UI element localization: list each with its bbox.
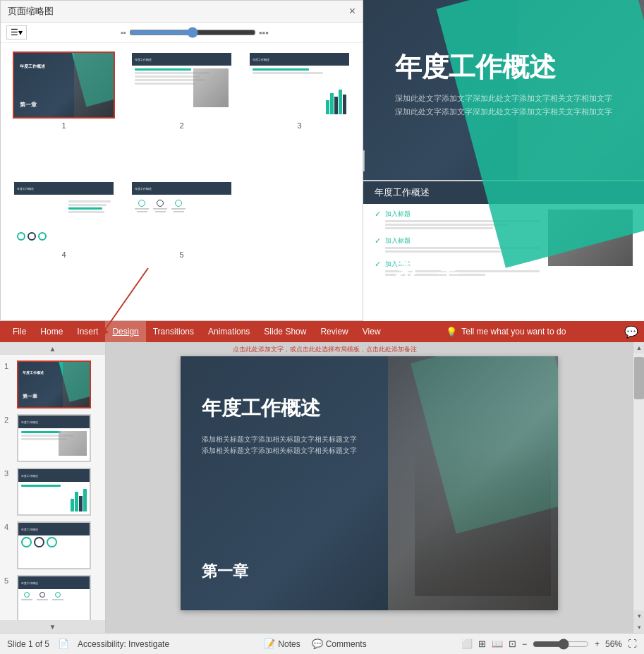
ribbon-review[interactable]: Review	[313, 321, 355, 342]
slide-panel-scroll-down[interactable]: ▼	[0, 620, 105, 633]
ribbon-slideshow[interactable]: Slide Show	[257, 321, 313, 342]
accessibility-label[interactable]: Accessibility: Investigate	[78, 639, 169, 649]
ribbon-search-area: 💡 Tell me what you want to do	[388, 327, 624, 337]
thumb-img-1: 年度工作概述 第一章	[13, 52, 115, 119]
thumbnail-view-button[interactable]: ☰▾	[6, 25, 27, 40]
thumbnail-panel-toolbar: ☰▾ ▪▪ ▪▪▪	[1, 23, 363, 43]
slider-max-icon: ▪▪▪	[259, 28, 269, 38]
slide-panel-num-2: 2	[4, 414, 14, 424]
ribbon-icons-group: 💬	[624, 325, 638, 339]
slide-panel-item-4[interactable]: 4 年度工作概述	[0, 519, 105, 572]
ribbon-home[interactable]: Home	[33, 321, 70, 342]
panel-thumb-2: 年度工作概述	[17, 414, 91, 462]
main-preview-top: 年度工作概述 深加此处文字添加文字深加此处文字添加文字相关文字相加文字 深加此处…	[363, 0, 644, 321]
view-slideshow-icon[interactable]: ⊡	[509, 638, 516, 649]
ribbon-insert[interactable]: Insert	[70, 321, 105, 342]
thumbnail-3[interactable]: 年度工作概述 3	[245, 52, 354, 172]
comment-icon[interactable]: 💬	[624, 325, 638, 339]
thumbnail-5[interactable]: 年度工作概述	[127, 181, 236, 301]
thumb-img-3: 年度工作概述	[248, 52, 351, 119]
panel-thumb-5: 年度工作概述	[17, 575, 91, 620]
slide-panel-num-1: 1	[4, 361, 14, 370]
slide-panel-scroll: 1 年度工作概述 第一章 2 年度工作概述	[0, 355, 105, 620]
slide-canvas-main[interactable]: 年度工作概述 添加相关标题文字添加相关标题文字相关标题文字 添加相关标题文字添加…	[181, 356, 558, 610]
slide-subtitle-main: 添加相关标题文字添加相关标题文字相关标题文字 添加相关标题文字添加相关标题文字相…	[202, 434, 357, 456]
thumbnail-2[interactable]: 年度工作概述 2	[127, 52, 236, 172]
thumb-img-4: 年度工作概述	[13, 181, 115, 248]
ribbon-file[interactable]: File	[6, 321, 33, 342]
main-title-top: 年度工作概述	[395, 49, 556, 85]
zoom-minus-icon[interactable]: −	[522, 639, 527, 649]
slide-panel-scroll-up[interactable]: ▲	[0, 342, 105, 355]
ribbon-view[interactable]: View	[356, 321, 388, 342]
status-right: ⬜ ⊞ 📖 ⊡ − + 56% ⛶	[461, 638, 637, 650]
thumbnail-grid: 年度工作概述 第一章 1 年度工作概述	[1, 43, 363, 310]
view-reading-icon[interactable]: 📖	[492, 638, 503, 649]
view-normal-icon[interactable]: ⬜	[461, 638, 473, 649]
slide-panel-item-3[interactable]: 3 年度工作概述	[0, 465, 105, 519]
zoom-slider[interactable]	[533, 638, 589, 650]
slide-photo-main	[388, 356, 558, 610]
scrollbar-thumb[interactable]	[634, 357, 644, 399]
ribbon-design[interactable]: Design	[105, 321, 145, 342]
comments-icon: 💬	[312, 638, 323, 649]
thumb-num-1: 1	[61, 121, 66, 130]
comments-button[interactable]: 💬 Comments	[312, 638, 367, 649]
thumbnail-panel-header: 页面缩略图 ×	[1, 1, 363, 23]
annotation-text: 点击此处添加文字，或点击此处选择布局模板，点击此处添加备注	[233, 345, 417, 354]
slide-panel-item-5[interactable]: 5 年度工作概述	[0, 572, 105, 620]
check-icon-2: ✓	[375, 236, 381, 246]
main-chapter-top: 第一章	[395, 253, 458, 282]
thumb-img-2: 年度工作概述	[130, 52, 233, 119]
thumbnail-1[interactable]: 年度工作概述 第一章 1	[9, 52, 119, 172]
thumbnail-4[interactable]: 年度工作概述 4	[9, 181, 119, 301]
notes-icon: 📝	[264, 638, 275, 649]
slide-panel-item-1[interactable]: 1 年度工作概述 第一章	[0, 358, 105, 411]
lightbulb-icon: 💡	[446, 327, 457, 337]
thumb-num-2: 2	[179, 121, 183, 130]
thumbnail-slider-area: ▪▪ ▪▪▪	[32, 27, 357, 38]
ribbon-transitions[interactable]: Transitions	[146, 321, 201, 342]
thumbnail-panel: 页面缩略图 × ☰▾ ▪▪ ▪▪▪ 年度工作概述 第一章 1	[0, 0, 363, 321]
thumb-num-4: 4	[61, 250, 66, 259]
slide-title-main[interactable]: 年度工作概述	[202, 395, 320, 422]
slide-panel-num-4: 4	[4, 521, 14, 531]
slide-panel: ▲ 1 年度工作概述 第一章 2 年度工作概	[0, 342, 106, 633]
panel-thumb-1: 年度工作概述 第一章	[17, 361, 91, 408]
panel-thumb-4: 年度工作概述	[17, 521, 91, 569]
status-bar: Slide 1 of 5 📄 Accessibility: Investigat…	[0, 633, 644, 654]
notes-button[interactable]: 📝 Notes	[264, 638, 300, 649]
panel-collapse-button[interactable]: ◀	[363, 150, 365, 171]
slide-panel-item-2[interactable]: 2 年度工作概述	[0, 411, 105, 465]
ribbon-menu: File Home Insert Design Transitions Anim…	[0, 321, 644, 342]
thumbnail-panel-title: 页面缩略图	[8, 5, 54, 18]
notes-label: Notes	[278, 639, 300, 649]
scroll-arrow-up[interactable]: ▲	[633, 342, 644, 353]
scroll-arrow-down-1[interactable]: ▾	[633, 610, 644, 622]
slide-editor[interactable]: 点击此处添加文字，或点击此处选择布局模板，点击此处添加备注 年度工作概述 添加相…	[106, 342, 633, 633]
slide-chapter-main[interactable]: 第一章	[202, 561, 248, 582]
thumbnail-panel-close-button[interactable]: ×	[349, 5, 356, 18]
status-center: 📝 Notes 💬 Comments	[181, 638, 450, 649]
ribbon-animations[interactable]: Animations	[201, 321, 257, 342]
thumb-num-3: 3	[297, 121, 301, 130]
slide-panel-num-3: 3	[4, 468, 14, 478]
zoom-plus-icon[interactable]: +	[595, 639, 600, 649]
scroll-arrow-down-2[interactable]: ▾	[633, 622, 644, 633]
secondary-title: 年度工作概述	[375, 186, 430, 199]
thumbnail-size-slider[interactable]	[129, 27, 256, 38]
slide-panel-num-5: 5	[4, 575, 14, 585]
scrollbar-track[interactable]	[633, 353, 644, 610]
slide-count-label: Slide 1 of 5	[7, 639, 49, 649]
ribbon-search-text: Tell me what you want to do	[461, 327, 566, 337]
check-icon-1: ✓	[375, 210, 381, 219]
main-slide-canvas-top: 年度工作概述 深加此处文字添加文字深加此处文字添加文字相关文字相加文字 深加此处…	[363, 0, 644, 321]
view-grid-icon[interactable]: ⊞	[478, 638, 486, 649]
panel-thumb-3: 年度工作概述	[17, 468, 91, 516]
slide-outline-icon[interactable]: 📄	[58, 638, 69, 649]
comments-label: Comments	[326, 639, 367, 649]
check-icon-3: ✓	[375, 260, 381, 269]
grid-icon: ☰▾	[11, 28, 23, 37]
fit-screen-icon[interactable]: ⛶	[628, 638, 637, 649]
zoom-level-label: 56%	[605, 639, 622, 649]
